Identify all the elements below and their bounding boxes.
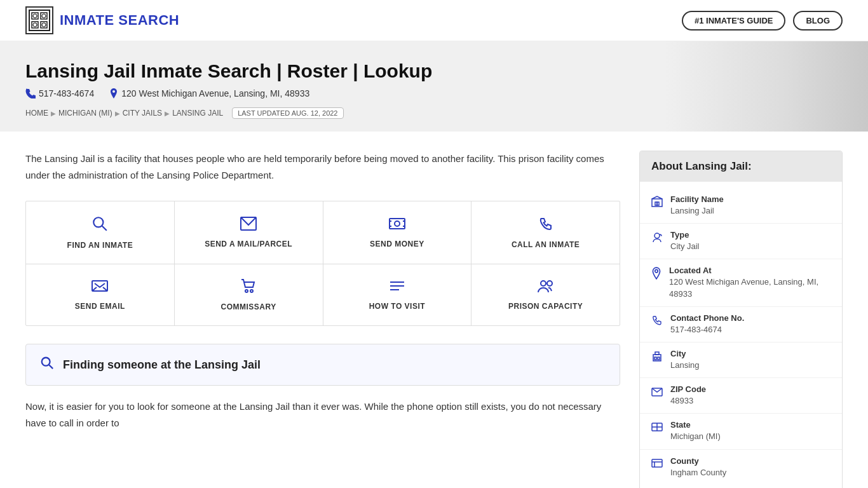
- svg-point-5: [33, 14, 37, 18]
- how-to-visit-cell[interactable]: HOW TO VISIT: [323, 264, 472, 325]
- county-icon: [651, 458, 663, 472]
- phone-icon: [25, 88, 36, 98]
- breadcrumb: HOME ▶ MICHIGAN (MI) ▶ CITY JAILS ▶ LANS…: [25, 107, 843, 119]
- cart-icon: [240, 278, 257, 297]
- phone-content: Contact Phone No. 517-483-4674: [670, 313, 744, 336]
- located-at-content: Located At 120 West Michigan Avenue, Lan…: [669, 266, 831, 299]
- phone-call-icon: [538, 216, 553, 235]
- location-icon: [109, 88, 118, 98]
- breadcrumb-home[interactable]: HOME: [25, 109, 48, 118]
- logo-area: INMATE SEARCH: [25, 6, 179, 34]
- state-content: State Michigan (MI): [670, 420, 721, 442]
- svg-rect-12: [390, 219, 405, 229]
- located-at-label: Located At: [669, 266, 831, 275]
- address-text: 120 West Michigan Avenue, Lansing, MI, 4…: [121, 88, 309, 98]
- state-icon: [651, 421, 663, 436]
- how-to-visit-label: HOW TO VISIT: [369, 302, 425, 311]
- located-at-value: 120 West Michigan Avenue, Lansing, MI, 4…: [669, 276, 831, 299]
- description-text: The Lansing Jail is a facility that hous…: [25, 151, 620, 183]
- svg-line-29: [49, 365, 53, 369]
- phone-meta: 517-483-4674: [25, 88, 94, 98]
- svg-point-6: [42, 14, 46, 18]
- send-money-cell[interactable]: SEND MONEY: [323, 201, 472, 264]
- breadcrumb-state[interactable]: MICHIGAN (MI): [58, 109, 112, 118]
- sep3: ▶: [165, 110, 170, 117]
- blog-button[interactable]: BLOG: [793, 11, 843, 30]
- action-row-1: FIND AN INMATE SEND A MAIL/PARCEL SEND M…: [26, 201, 620, 264]
- location-at-icon: [651, 267, 661, 283]
- header-nav: #1 INMATE'S GUIDE BLOG: [682, 11, 843, 30]
- prison-capacity-label: PRISON CAPACITY: [508, 302, 583, 311]
- svg-rect-0: [29, 10, 50, 30]
- logo-text: INMATE SEARCH: [60, 12, 179, 29]
- svg-point-9: [94, 217, 104, 227]
- facility-name-row: Facility Name Lansing Jail: [640, 188, 842, 224]
- city-label: City: [670, 349, 700, 358]
- svg-rect-36: [654, 357, 656, 360]
- type-label: Type: [670, 230, 700, 240]
- visit-icon: [389, 279, 405, 297]
- sidebar-body: Facility Name Lansing Jail Type City Jai…: [640, 182, 842, 488]
- find-inmate-cell[interactable]: FIND AN INMATE: [26, 201, 175, 264]
- contact-phone-icon: [651, 315, 663, 329]
- facility-name-content: Facility Name Lansing Jail: [670, 194, 724, 217]
- send-email-cell[interactable]: SEND EMAIL: [26, 264, 175, 325]
- svg-point-21: [245, 290, 248, 292]
- main-content: The Lansing Jail is a facility that hous…: [0, 132, 868, 488]
- send-email-label: SEND EMAIL: [75, 302, 125, 311]
- state-row: State Michigan (MI): [640, 414, 842, 449]
- prison-capacity-cell[interactable]: PRISON CAPACITY: [471, 264, 620, 325]
- breadcrumb-current[interactable]: LANSING JAIL: [172, 109, 223, 118]
- svg-point-22: [250, 290, 253, 292]
- action-grid: FIND AN INMATE SEND A MAIL/PARCEL SEND M…: [25, 201, 620, 326]
- finding-search-icon: [40, 356, 54, 374]
- svg-rect-32: [657, 202, 659, 205]
- state-label: State: [670, 420, 721, 430]
- svg-point-26: [541, 281, 546, 286]
- svg-point-28: [42, 358, 50, 366]
- breadcrumb-category[interactable]: CITY JAILS: [123, 109, 162, 118]
- page-title: Lansing Jail Inmate Search | Roster | Lo…: [25, 60, 843, 82]
- county-row: County Ingham County: [640, 450, 842, 485]
- city-row: City Lansing: [640, 342, 842, 378]
- phone-row: Contact Phone No. 517-483-4674: [640, 307, 842, 342]
- sep1: ▶: [51, 110, 56, 117]
- zip-content: ZIP Code 48933: [670, 384, 706, 407]
- email-icon: [92, 279, 108, 297]
- located-at-row: Located At 120 West Michigan Avenue, Lan…: [640, 259, 842, 306]
- type-row: Type City Jail: [640, 224, 842, 259]
- svg-line-10: [102, 226, 107, 231]
- facility-icon: [651, 196, 663, 210]
- svg-point-7: [33, 23, 37, 27]
- money-icon: [389, 217, 405, 234]
- type-content: Type City Jail: [670, 230, 700, 252]
- svg-point-27: [547, 281, 552, 286]
- svg-point-13: [395, 221, 400, 226]
- send-money-label: SEND MONEY: [370, 240, 424, 248]
- facility-name-label: Facility Name: [670, 194, 724, 204]
- logo-icon: [25, 6, 53, 34]
- county-content: County Ingham County: [670, 456, 726, 478]
- zip-value: 48933: [670, 395, 706, 407]
- type-icon: [651, 231, 663, 246]
- county-label: County: [670, 456, 726, 466]
- phone-number: 517-483-4674: [39, 88, 94, 98]
- search-icon: [92, 215, 108, 236]
- call-inmate-cell[interactable]: CALL AN INMATE: [471, 201, 620, 264]
- phone-value: 517-483-4674: [670, 324, 744, 336]
- svg-rect-42: [652, 459, 662, 467]
- sidebar-card: About Lansing Jail: Facility Name Lansin…: [639, 151, 843, 488]
- guide-button[interactable]: #1 INMATE'S GUIDE: [682, 11, 785, 30]
- action-row-2: SEND EMAIL COMMISSARY HOW TO VISIT: [26, 264, 620, 325]
- svg-rect-37: [658, 357, 660, 360]
- content-area: The Lansing Jail is a facility that hous…: [25, 151, 620, 488]
- svg-point-33: [654, 233, 660, 238]
- sidebar: About Lansing Jail: Facility Name Lansin…: [639, 151, 843, 488]
- sep2: ▶: [115, 110, 120, 117]
- send-mail-cell[interactable]: SEND A MAIL/PARCEL: [175, 201, 323, 264]
- commissary-cell[interactable]: COMMISSARY: [175, 264, 323, 325]
- finding-box: Finding someone at the Lansing Jail: [25, 344, 620, 386]
- phone-label: Contact Phone No.: [670, 313, 744, 323]
- last-updated: LAST UPDATED AUG. 12, 2022: [232, 107, 343, 119]
- type-value: City Jail: [670, 241, 700, 252]
